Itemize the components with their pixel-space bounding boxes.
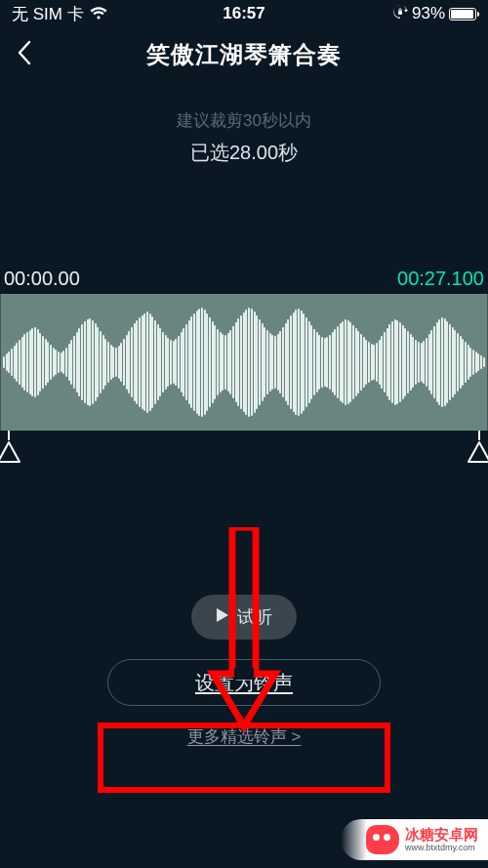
- waveform-editor[interactable]: 00:00.00 00:27.100: [0, 268, 488, 431]
- preview-label: 试听: [237, 605, 272, 629]
- more-ringtones-link[interactable]: 更多精选铃声 >: [0, 725, 488, 748]
- end-time-label: 00:27.100: [397, 268, 484, 290]
- watermark-brand: 冰糖安卓网: [405, 827, 478, 842]
- waveform-view[interactable]: [0, 294, 488, 431]
- set-ringtone-label: 设置为铃声: [195, 670, 293, 696]
- set-ringtone-button[interactable]: 设置为铃声: [107, 659, 381, 706]
- nav-bar: 笑傲江湖琴箫合奏: [0, 27, 488, 82]
- svg-rect-0: [398, 11, 402, 15]
- play-icon: [216, 607, 229, 628]
- orientation-lock-icon: [392, 4, 408, 24]
- trim-handle-right[interactable]: [465, 431, 488, 464]
- back-button[interactable]: [16, 39, 33, 70]
- start-time-label: 00:00.00: [4, 268, 80, 290]
- trim-handle-left[interactable]: [0, 431, 23, 464]
- battery-icon: [449, 8, 476, 21]
- status-bar: 无 SIM 卡 16:57 93%: [0, 0, 488, 27]
- status-left: 无 SIM 卡: [12, 3, 167, 25]
- wifi-icon: [90, 7, 107, 21]
- status-right: 93%: [321, 4, 476, 24]
- battery-percent: 93%: [412, 4, 445, 23]
- watermark-url: www.btxtdmy.com: [405, 844, 478, 852]
- watermark: 冰糖安卓网 www.btxtdmy.com: [341, 819, 488, 860]
- time-labels: 00:00.00 00:27.100: [0, 268, 488, 294]
- trim-hint: 建议裁剪30秒以内: [0, 109, 488, 132]
- page-title: 笑傲江湖琴箫合奏: [146, 39, 342, 70]
- status-time: 16:57: [167, 4, 322, 23]
- preview-button[interactable]: 试听: [191, 595, 297, 640]
- selected-duration: 已选28.00秒: [0, 140, 488, 166]
- watermark-logo-icon: [366, 825, 399, 854]
- carrier-label: 无 SIM 卡: [12, 3, 84, 25]
